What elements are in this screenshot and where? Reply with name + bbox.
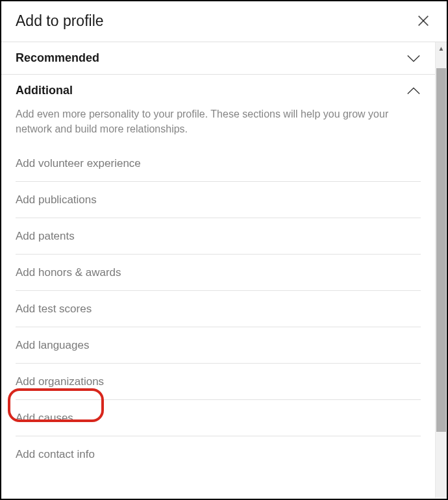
dialog-header: Add to profile	[1, 1, 447, 42]
section-additional: Additional Add even more personality to …	[1, 74, 435, 472]
scroll-up-arrow-icon[interactable]: ▲	[436, 42, 447, 54]
add-patents-option[interactable]: Add patents	[1, 218, 435, 254]
add-languages-option[interactable]: Add languages	[1, 327, 435, 363]
add-organizations-option[interactable]: Add organizations	[1, 364, 435, 399]
dialog-title: Add to profile	[16, 12, 104, 30]
option-label: Add causes	[16, 412, 73, 424]
add-volunteer-experience-option[interactable]: Add volunteer experience	[1, 145, 435, 181]
option-label: Add test scores	[16, 303, 92, 315]
add-causes-option[interactable]: Add causes	[1, 400, 435, 436]
dialog-content: Recommended Additional Add even more per…	[1, 42, 435, 498]
option-label: Add contact info	[16, 448, 95, 460]
chevron-up-icon	[406, 86, 421, 95]
close-icon	[416, 14, 430, 28]
scrollbar-thumb[interactable]	[436, 68, 446, 432]
section-additional-title: Additional	[16, 84, 73, 97]
section-recommended-header[interactable]: Recommended	[1, 42, 435, 74]
option-label: Add honors & awards	[16, 266, 121, 279]
option-label: Add patents	[16, 230, 75, 242]
option-label: Add languages	[16, 339, 89, 351]
option-label: Add publications	[16, 194, 97, 206]
add-publications-option[interactable]: Add publications	[1, 182, 435, 218]
close-button[interactable]	[414, 12, 432, 30]
section-additional-header[interactable]: Additional	[1, 75, 435, 106]
add-contact-info-option[interactable]: Add contact info	[1, 436, 435, 472]
add-honors-awards-option[interactable]: Add honors & awards	[1, 255, 435, 290]
add-test-scores-option[interactable]: Add test scores	[1, 291, 435, 327]
option-label: Add volunteer experience	[16, 157, 141, 169]
option-label: Add organizations	[16, 375, 104, 388]
chevron-down-icon	[406, 54, 421, 63]
section-recommended-title: Recommended	[16, 51, 99, 65]
scrollbar-track[interactable]: ▲	[435, 42, 447, 498]
section-additional-description: Add even more personality to your profil…	[1, 106, 435, 145]
